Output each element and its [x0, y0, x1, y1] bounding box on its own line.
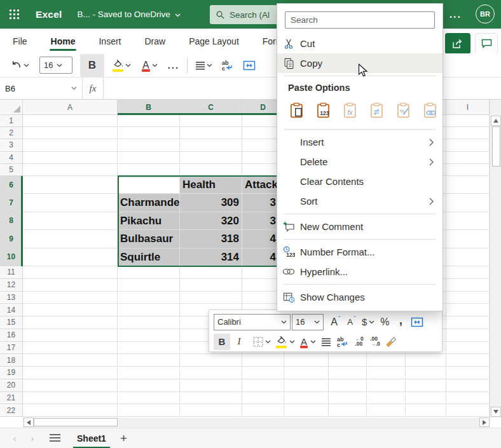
- menu-item-number-format[interactable]: 123Number Format...: [277, 242, 443, 262]
- share-button[interactable]: [445, 33, 470, 54]
- scroll-right-button[interactable]: [479, 417, 490, 427]
- fill-color-button[interactable]: [109, 55, 134, 76]
- increase-decimal-button[interactable]: .00→.0: [368, 334, 382, 350]
- paste-button[interactable]: [287, 100, 306, 120]
- row-header-11[interactable]: 11: [0, 266, 23, 279]
- menu-item-delete[interactable]: Delete: [277, 152, 443, 172]
- chevron-down-icon: [369, 320, 374, 324]
- italic-button-mini[interactable]: I: [232, 334, 246, 350]
- row-header-22[interactable]: 22: [0, 404, 23, 417]
- scroll-down-button[interactable]: [491, 407, 501, 417]
- row-header-3[interactable]: 3: [0, 139, 23, 151]
- paste-transpose-button[interactable]: [367, 100, 386, 120]
- row-header-12[interactable]: 12: [0, 279, 23, 292]
- menu-item-hyperlink[interactable]: Hyperlink...: [277, 262, 443, 282]
- sheet-tab-sheet1[interactable]: Sheet1: [74, 430, 109, 447]
- font-group-overflow[interactable]: ...: [165, 55, 182, 76]
- borders-button[interactable]: [252, 334, 272, 350]
- row-header-1[interactable]: 1: [0, 115, 23, 127]
- vertical-scroll-thumb[interactable]: [492, 126, 500, 166]
- name-box[interactable]: B6: [0, 78, 83, 99]
- context-menu-search-input[interactable]: [285, 11, 435, 29]
- avatar[interactable]: BR: [476, 4, 495, 24]
- row-header-7[interactable]: 7: [0, 194, 23, 212]
- column-header-A[interactable]: A: [23, 100, 118, 115]
- paste-formatting-button[interactable]: %: [394, 100, 413, 120]
- next-sheet-button[interactable]: ›: [27, 433, 38, 444]
- row-header-18[interactable]: 18: [0, 354, 23, 367]
- row-header-13[interactable]: 13: [0, 292, 23, 304]
- row-header-21[interactable]: 21: [0, 392, 23, 405]
- horizontal-scroll-thumb[interactable]: [34, 418, 118, 426]
- wrap-text-button-mini[interactable]: abc: [335, 334, 350, 350]
- ribbon-tab-insert[interactable]: Insert: [97, 31, 122, 52]
- fill-color-button-mini[interactable]: [274, 334, 296, 350]
- alignment-button-mini[interactable]: [319, 334, 333, 350]
- menu-item-new-comment[interactable]: New Comment: [277, 217, 443, 236]
- paste-values-button[interactable]: 123: [314, 100, 333, 120]
- insert-function-button[interactable]: fx: [83, 78, 104, 99]
- topbar-overflow-button[interactable]: ...: [450, 9, 462, 20]
- paste-formulas-button[interactable]: fx: [341, 100, 359, 120]
- comma-format-button[interactable]: ,: [394, 314, 408, 330]
- font-color-button-mini[interactable]: A: [298, 334, 317, 350]
- font-name-combobox[interactable]: Calibri: [214, 314, 291, 330]
- row-header-4[interactable]: 4: [0, 152, 23, 164]
- row-header-8[interactable]: 8: [0, 212, 23, 230]
- all-sheets-button[interactable]: [50, 433, 60, 444]
- row-header-16[interactable]: 16: [0, 329, 23, 342]
- column-header-I[interactable]: I: [446, 100, 490, 115]
- font-size-combobox[interactable]: 16: [39, 57, 72, 74]
- menu-item-show-changes[interactable]: Show Changes: [277, 287, 443, 307]
- bold-button[interactable]: B: [80, 54, 104, 77]
- scroll-up-button[interactable]: [491, 116, 501, 126]
- row-header-5[interactable]: 5: [0, 164, 23, 176]
- menu-item-label: Cut: [300, 38, 443, 49]
- undo-button[interactable]: [8, 55, 32, 76]
- row-header-17[interactable]: 17: [0, 342, 23, 355]
- decrease-decimal-button[interactable]: ←0.00: [352, 334, 366, 350]
- menu-item-clear-contents[interactable]: Clear Contents: [277, 172, 443, 191]
- ribbon-tab-page-layout[interactable]: Page Layout: [188, 31, 240, 52]
- app-launcher-waffle-icon[interactable]: [0, 0, 28, 29]
- row-header-10[interactable]: 10: [0, 248, 23, 266]
- ribbon-tab-draw[interactable]: Draw: [143, 31, 167, 52]
- previous-sheet-button[interactable]: ‹: [9, 433, 20, 444]
- ribbon-tab-file[interactable]: File: [11, 31, 29, 52]
- row-header-20[interactable]: 20: [0, 379, 23, 392]
- menu-item-label: New Comment: [300, 221, 443, 232]
- horizontal-scrollbar[interactable]: [23, 417, 490, 428]
- merge-cells-button[interactable]: [240, 55, 258, 76]
- comments-button[interactable]: [475, 33, 498, 54]
- scroll-left-button[interactable]: [24, 417, 34, 427]
- bold-button-mini[interactable]: B: [214, 334, 230, 350]
- merge-cells-button-mini[interactable]: [409, 314, 425, 330]
- chevron-down-icon: [71, 86, 77, 90]
- menu-item-cut[interactable]: Cut: [277, 34, 443, 53]
- row-header-15[interactable]: 15: [0, 316, 23, 329]
- row-header-6[interactable]: 6: [0, 176, 23, 194]
- menu-item-insert[interactable]: Insert: [277, 132, 443, 152]
- vertical-scrollbar[interactable]: [490, 100, 501, 417]
- row-header-2[interactable]: 2: [0, 127, 23, 139]
- menu-item-sort[interactable]: Sort: [277, 191, 443, 211]
- format-painter-button[interactable]: [384, 334, 399, 350]
- select-all-corner[interactable]: [0, 100, 23, 115]
- grow-font-button[interactable]: Aˆ: [329, 314, 343, 330]
- selected-rows-accent: [21, 176, 23, 266]
- document-title[interactable]: B... - Saved to OneDrive: [78, 10, 181, 19]
- add-sheet-button[interactable]: +: [120, 431, 127, 445]
- font-size-combobox-mini[interactable]: 16: [292, 314, 324, 330]
- fill-color-swatch: [113, 69, 123, 72]
- paste-link-button[interactable]: [421, 100, 439, 120]
- row-header-19[interactable]: 19: [0, 367, 23, 379]
- alignment-button[interactable]: [193, 55, 215, 76]
- wrap-text-button[interactable]: ab c: [219, 55, 237, 76]
- percent-format-button[interactable]: %: [378, 314, 392, 330]
- row-header-14[interactable]: 14: [0, 304, 23, 316]
- shrink-font-button[interactable]: Aˇ: [345, 314, 359, 330]
- ribbon-tab-home[interactable]: Home: [50, 31, 77, 52]
- row-header-9[interactable]: 9: [0, 230, 23, 248]
- accounting-format-button[interactable]: $: [360, 314, 376, 330]
- font-color-button[interactable]: A: [139, 55, 160, 76]
